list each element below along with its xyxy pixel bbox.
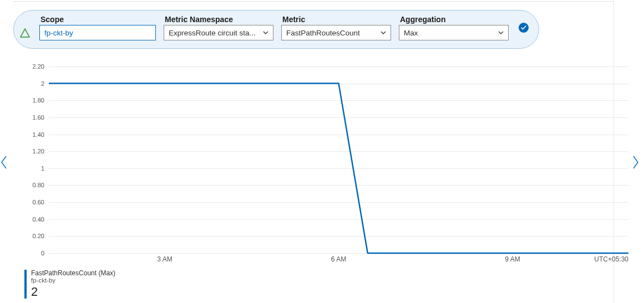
metric-label: Metric — [281, 15, 391, 24]
metric-namespace-select[interactable]: ExpressRoute circuit sta... — [164, 25, 273, 40]
scroll-left-button[interactable] — [0, 155, 8, 171]
y-axis-tick-label: 1.60 — [24, 114, 47, 121]
scroll-right-button[interactable] — [632, 155, 640, 171]
top-divider — [13, 1, 613, 2]
y-axis-tick-label: 0.80 — [24, 182, 47, 188]
y-axis-tick-label: 0 — [24, 250, 47, 256]
x-axis-tick-label: 9 AM — [505, 255, 520, 263]
legend-current-value: 2 — [31, 285, 115, 299]
y-axis-tick-label: 0.40 — [24, 216, 47, 223]
metric-field: Metric FastPathRoutesCount — [281, 15, 391, 40]
legend-color-bar — [24, 270, 27, 299]
chevron-down-icon — [263, 31, 268, 34]
apply-check-button[interactable] — [519, 23, 529, 33]
y-axis-tick-label: 1.40 — [24, 131, 47, 138]
metric-namespace-label: Metric Namespace — [164, 15, 273, 24]
y-axis-tick-label: 0.60 — [24, 199, 47, 206]
chart-series-line — [49, 66, 628, 253]
scope-field: Scope fp-ckt-by — [39, 15, 156, 40]
resource-icon — [19, 28, 32, 40]
metric-select[interactable]: FastPathRoutesCount — [281, 25, 391, 40]
x-axis-tick-label: 6 AM — [331, 255, 346, 263]
timezone-label: UTC+05:30 — [594, 255, 628, 263]
y-axis-tick-label: 2.20 — [24, 63, 47, 70]
legend-series-name: FastPathRoutesCount (Max) — [31, 270, 115, 278]
chevron-down-icon — [381, 31, 386, 34]
legend-resource-name: fp-ckt-by — [31, 277, 115, 284]
y-axis-tick-label: 1.80 — [24, 97, 47, 104]
aggregation-label: Aggregation — [399, 15, 509, 24]
x-axis-tick-label: 3 AM — [157, 255, 172, 263]
metric-namespace-field: Metric Namespace ExpressRoute circuit st… — [164, 15, 273, 40]
metric-chart: 00.200.400.600.8011.201.401.601.8022.203… — [24, 66, 628, 264]
chevron-down-icon — [498, 31, 504, 34]
y-axis-tick-label: 2 — [24, 80, 47, 87]
scope-label: Scope — [39, 15, 156, 24]
chart-legend[interactable]: FastPathRoutesCount (Max) fp-ckt-by 2 — [24, 270, 115, 299]
metric-filter-pill: Scope fp-ckt-by Metric Namespace Express… — [13, 10, 539, 49]
y-axis-tick-label: 1.20 — [24, 148, 47, 155]
y-axis-tick-label: 1 — [24, 165, 47, 172]
y-axis-tick-label: 0.20 — [24, 233, 47, 239]
aggregation-field: Aggregation Max — [399, 15, 509, 40]
aggregation-select[interactable]: Max — [399, 25, 509, 40]
scope-select[interactable]: fp-ckt-by — [39, 25, 156, 40]
legend-text: FastPathRoutesCount (Max) fp-ckt-by 2 — [31, 270, 115, 299]
